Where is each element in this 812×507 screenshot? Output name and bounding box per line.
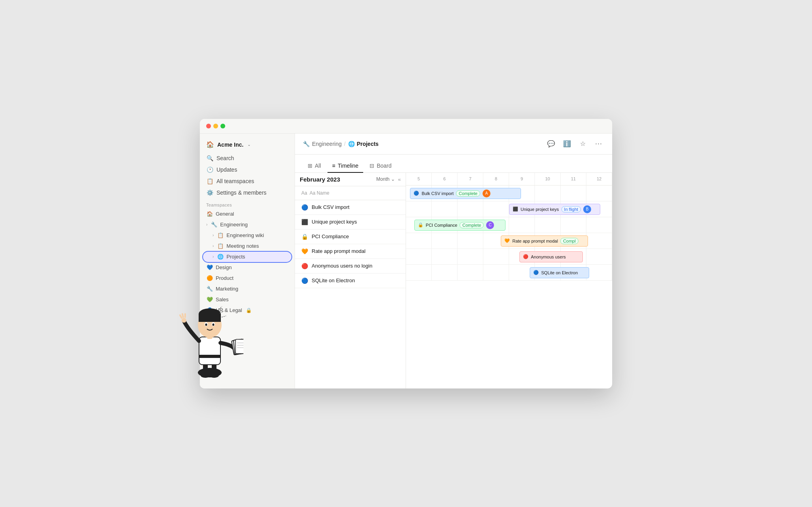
all-tab-icon: ⊞ [308, 163, 312, 169]
unique-keys-label: Unique project keys [312, 219, 357, 225]
engineering-icon: 🔧 [211, 221, 218, 228]
wiki-chevron-icon: › [213, 233, 214, 237]
marketing-label: Marketing [216, 286, 238, 292]
tab-timeline[interactable]: ≡ Timeline [327, 159, 364, 173]
star-icon: ☆ [580, 140, 586, 147]
page-header: 🔧 Engineering / 🌐 Projects 💬 ℹ [295, 134, 612, 155]
engineering-chevron-icon: › [206, 222, 207, 227]
teamspaces-section-label: Teamspaces [203, 199, 291, 209]
date-12: 12 [586, 173, 612, 185]
project-item-unique-keys[interactable]: ⬛ Unique project keys [295, 215, 406, 230]
project-item-sqlite[interactable]: 🔵 SQLite on Electron [295, 274, 406, 288]
sidebar-item-product[interactable]: 🟠 Product [203, 273, 291, 283]
timeline-row-unique-keys: ⬛ Unique project keys In flight B [406, 201, 612, 217]
date-5: 5 [406, 173, 432, 185]
header-actions: 💬 ℹ️ ☆ ··· [546, 138, 604, 149]
page-icon: 🌐 [348, 141, 355, 147]
timeline-grid: 5 6 7 8 9 10 11 12 [406, 173, 612, 388]
month-view-mode[interactable]: Month ⌄ [376, 176, 395, 182]
project-item-rate-app[interactable]: 🧡 Rate app prompt modal [295, 244, 406, 259]
svg-line-17 [182, 314, 183, 317]
search-icon: 🔍 [206, 155, 213, 162]
sidebar-item-projects[interactable]: › 🌐 Projects [203, 252, 291, 262]
project-item-bulk-csv[interactable]: 🔵 Bulk CSV import [295, 200, 406, 215]
workspace-name: Acme Inc. [217, 142, 243, 148]
workspace-icon: 🏠 [206, 141, 214, 149]
breadcrumb-separator: / [344, 141, 346, 147]
meeting-label: Meeting notes [226, 243, 259, 249]
unique-keys-icon: ⬛ [301, 219, 308, 225]
minimize-button[interactable] [213, 124, 218, 128]
chat-icon: 💬 [547, 140, 555, 147]
sidebar-item-search[interactable]: 🔍 Search [203, 153, 291, 164]
close-button[interactable] [206, 124, 211, 128]
date-7: 7 [458, 173, 483, 185]
comment-button[interactable]: 💬 [546, 138, 557, 149]
sqlite-label: SQLite on Electron [312, 277, 355, 283]
project-list: February 2023 Month ⌄ « Aa Aa Name [295, 173, 406, 388]
app-body: 🏠 Acme Inc. ⌄ 🔍 Search 🕐 Updates 📋 All t… [200, 134, 612, 388]
maximize-button[interactable] [220, 124, 225, 128]
design-icon: 💙 [206, 264, 213, 271]
breadcrumb-parent: Engineering [312, 141, 342, 147]
sidebar-item-engineering-wiki[interactable]: › 📋 Engineering wiki [203, 230, 291, 241]
bulk-csv-label: Bulk CSV import [312, 204, 349, 210]
timeline-row-bulk-csv: 🔵 Bulk CSV import Complete A [406, 186, 612, 201]
rate-app-icon: 🧡 [301, 248, 308, 254]
project-item-anon-users[interactable]: 🔴 Anonymous users no login [295, 259, 406, 274]
date-6: 6 [432, 173, 458, 185]
anon-users-icon: 🔴 [301, 263, 308, 269]
teamspaces-label: All teamspaces [216, 178, 254, 184]
timeline-row-sqlite: 🔵 SQLite on Electron [406, 265, 612, 281]
info-icon: ℹ️ [563, 140, 571, 147]
collapse-icon[interactable]: « [398, 176, 401, 182]
sidebar-item-general[interactable]: 🏠 General [203, 209, 291, 219]
project-item-pci[interactable]: 🔒 PCI Compliance [295, 230, 406, 244]
timeline-tab-label: Timeline [338, 163, 358, 169]
tab-all[interactable]: ⊞ All [303, 159, 326, 173]
date-9: 9 [509, 173, 535, 185]
title-bar [200, 119, 612, 134]
meeting-icon: 📋 [217, 243, 224, 250]
teamspaces-icon: 📋 [206, 178, 213, 185]
board-tab-label: Board [377, 163, 391, 169]
updates-icon: 🕐 [206, 166, 213, 173]
sidebar-item-teamspaces[interactable]: 📋 All teamspaces [203, 176, 291, 187]
more-icon: ··· [595, 140, 602, 148]
sidebar-item-hr-legal[interactable]: 👤 HR & Legal 🔒 [203, 305, 291, 316]
sidebar-item-updates[interactable]: 🕐 Updates [203, 164, 291, 175]
sidebar-item-engineering[interactable]: › 🔧 Engineering [203, 220, 291, 230]
timeline-tab-icon: ≡ [332, 163, 335, 169]
sidebar-item-sales[interactable]: 💚 Sales [203, 295, 291, 305]
anon-users-label: Anonymous users no login [312, 263, 372, 269]
sales-label: Sales [216, 297, 229, 302]
sidebar-item-settings[interactable]: ⚙️ Settings & members [203, 187, 291, 198]
sidebar-item-marketing[interactable]: 🔧 Marketing [203, 284, 291, 294]
wiki-label: Engineering wiki [226, 232, 264, 238]
sidebar-item-meeting-notes[interactable]: › 📋 Meeting notes [203, 241, 291, 251]
page-title: Projects [357, 141, 379, 147]
hr-label: HR & Legal [216, 307, 242, 313]
product-icon: 🟠 [206, 275, 213, 282]
svg-point-15 [182, 318, 186, 323]
board-tab-icon: ⊟ [370, 163, 374, 169]
marketing-icon: 🔧 [206, 285, 213, 293]
window-controls [206, 124, 225, 128]
more-button[interactable]: ··· [593, 138, 604, 149]
bulk-csv-icon: 🔵 [301, 204, 308, 210]
sidebar-item-design[interactable]: 💙 Design [203, 262, 291, 273]
breadcrumb: 🔧 Engineering / 🌐 Projects [303, 141, 379, 147]
star-button[interactable]: ☆ [577, 138, 588, 149]
workspace-selector[interactable]: 🏠 Acme Inc. ⌄ [203, 138, 291, 151]
month-label: February 2023 [300, 176, 340, 183]
settings-icon: ⚙️ [206, 189, 213, 196]
projects-label: Projects [226, 254, 245, 260]
project-list-header: Aa Aa Name [295, 186, 406, 200]
engineering-label: Engineering [220, 222, 247, 228]
tab-board[interactable]: ⊟ Board [365, 159, 396, 173]
info-button[interactable]: ℹ️ [561, 138, 573, 149]
workspace-chevron-icon: ⌄ [247, 142, 251, 147]
engineering-breadcrumb-icon: 🔧 [303, 141, 310, 147]
product-label: Product [216, 275, 234, 281]
sidebar: 🏠 Acme Inc. ⌄ 🔍 Search 🕐 Updates 📋 All t… [200, 134, 295, 388]
